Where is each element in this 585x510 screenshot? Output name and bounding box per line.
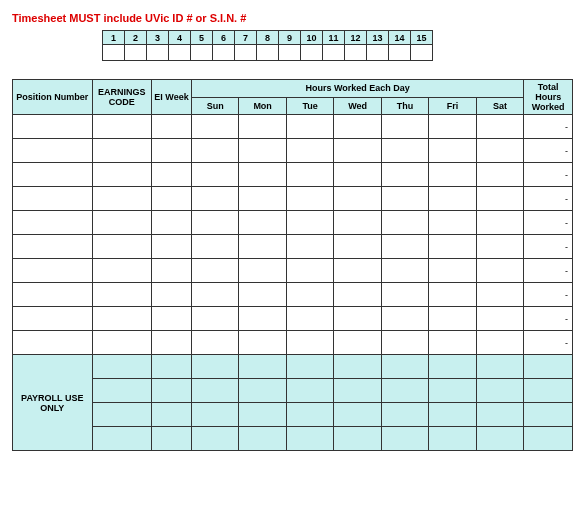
cell[interactable] — [239, 163, 286, 187]
cell[interactable] — [191, 331, 238, 355]
cell[interactable] — [381, 283, 428, 307]
cell[interactable] — [152, 163, 192, 187]
cell[interactable] — [92, 115, 152, 139]
cell[interactable] — [476, 235, 523, 259]
cell[interactable] — [334, 139, 381, 163]
cell[interactable] — [286, 115, 333, 139]
cell[interactable] — [13, 307, 93, 331]
cell[interactable] — [13, 115, 93, 139]
cell[interactable] — [429, 187, 476, 211]
cell[interactable] — [429, 331, 476, 355]
cell[interactable] — [286, 211, 333, 235]
id-input-14[interactable] — [389, 45, 411, 61]
cell[interactable] — [286, 283, 333, 307]
cell[interactable] — [92, 187, 152, 211]
cell[interactable] — [286, 259, 333, 283]
cell[interactable] — [334, 163, 381, 187]
cell[interactable] — [381, 259, 428, 283]
cell[interactable] — [239, 331, 286, 355]
id-input-10[interactable] — [301, 45, 323, 61]
cell[interactable] — [191, 235, 238, 259]
cell[interactable] — [239, 259, 286, 283]
cell[interactable] — [191, 211, 238, 235]
cell[interactable] — [239, 115, 286, 139]
cell[interactable] — [476, 211, 523, 235]
cell[interactable] — [334, 259, 381, 283]
cell[interactable] — [334, 187, 381, 211]
cell[interactable] — [476, 115, 523, 139]
cell[interactable] — [152, 259, 192, 283]
cell[interactable] — [381, 139, 428, 163]
id-input-9[interactable] — [279, 45, 301, 61]
cell[interactable] — [476, 283, 523, 307]
cell[interactable] — [476, 187, 523, 211]
cell[interactable] — [92, 139, 152, 163]
cell[interactable] — [476, 307, 523, 331]
cell[interactable] — [191, 139, 238, 163]
cell[interactable] — [381, 331, 428, 355]
cell[interactable] — [239, 187, 286, 211]
cell[interactable] — [92, 163, 152, 187]
id-input-12[interactable] — [345, 45, 367, 61]
id-input-11[interactable] — [323, 45, 345, 61]
id-input-5[interactable] — [191, 45, 213, 61]
cell[interactable] — [13, 163, 93, 187]
cell[interactable] — [334, 307, 381, 331]
id-input-7[interactable] — [235, 45, 257, 61]
id-input-2[interactable] — [125, 45, 147, 61]
cell[interactable] — [92, 331, 152, 355]
cell[interactable] — [429, 211, 476, 235]
cell[interactable] — [429, 115, 476, 139]
cell[interactable] — [13, 283, 93, 307]
cell[interactable] — [429, 259, 476, 283]
cell[interactable] — [286, 235, 333, 259]
cell[interactable] — [92, 235, 152, 259]
cell[interactable] — [381, 187, 428, 211]
id-input-8[interactable] — [257, 45, 279, 61]
cell[interactable] — [239, 211, 286, 235]
cell[interactable] — [152, 307, 192, 331]
cell[interactable] — [429, 139, 476, 163]
cell[interactable] — [152, 283, 192, 307]
cell[interactable] — [381, 307, 428, 331]
cell[interactable] — [92, 259, 152, 283]
cell[interactable] — [152, 211, 192, 235]
cell[interactable] — [286, 331, 333, 355]
cell[interactable] — [191, 283, 238, 307]
cell[interactable] — [476, 163, 523, 187]
id-input-15[interactable] — [411, 45, 433, 61]
id-input-4[interactable] — [169, 45, 191, 61]
cell[interactable] — [429, 307, 476, 331]
cell[interactable] — [429, 235, 476, 259]
cell[interactable] — [191, 163, 238, 187]
id-input-6[interactable] — [213, 45, 235, 61]
cell[interactable] — [286, 307, 333, 331]
cell[interactable] — [476, 259, 523, 283]
cell[interactable] — [381, 163, 428, 187]
cell[interactable] — [13, 235, 93, 259]
cell[interactable] — [286, 187, 333, 211]
cell[interactable] — [191, 307, 238, 331]
cell[interactable] — [92, 307, 152, 331]
cell[interactable] — [13, 331, 93, 355]
cell[interactable] — [334, 235, 381, 259]
cell[interactable] — [152, 187, 192, 211]
cell[interactable] — [92, 211, 152, 235]
cell[interactable] — [429, 163, 476, 187]
cell[interactable] — [476, 331, 523, 355]
cell[interactable] — [381, 235, 428, 259]
cell[interactable] — [334, 331, 381, 355]
cell[interactable] — [13, 139, 93, 163]
cell[interactable] — [334, 283, 381, 307]
cell[interactable] — [429, 283, 476, 307]
cell[interactable] — [13, 211, 93, 235]
cell[interactable] — [191, 187, 238, 211]
cell[interactable] — [152, 235, 192, 259]
cell[interactable] — [286, 139, 333, 163]
cell[interactable] — [191, 115, 238, 139]
cell[interactable] — [381, 211, 428, 235]
cell[interactable] — [152, 139, 192, 163]
cell[interactable] — [239, 283, 286, 307]
cell[interactable] — [239, 139, 286, 163]
cell[interactable] — [152, 115, 192, 139]
